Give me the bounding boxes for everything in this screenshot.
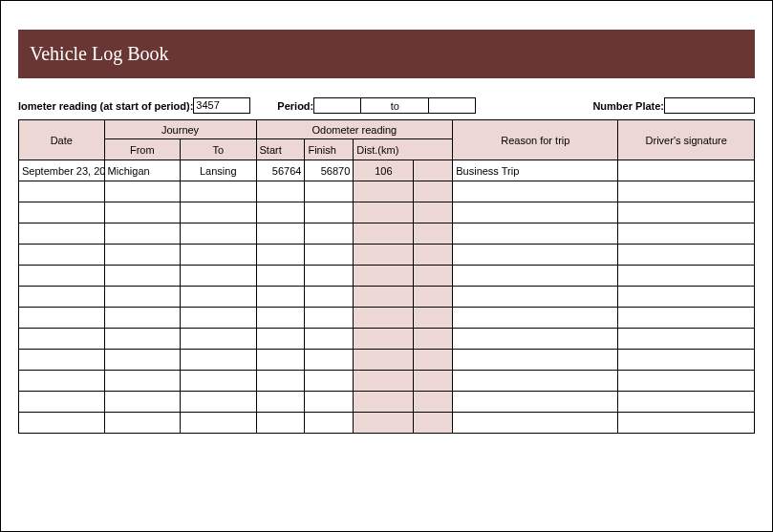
cell-to[interactable] xyxy=(181,181,256,202)
odometer-input[interactable]: 3457 xyxy=(193,97,250,114)
cell-from[interactable] xyxy=(104,266,180,287)
cell-to[interactable] xyxy=(181,245,256,266)
cell-date[interactable] xyxy=(19,245,105,266)
cell-reason[interactable] xyxy=(453,287,618,308)
cell-dist[interactable] xyxy=(354,308,414,329)
cell-start[interactable] xyxy=(256,245,305,266)
cell-finish[interactable] xyxy=(305,245,354,266)
cell-from[interactable] xyxy=(104,202,180,223)
cell-start[interactable] xyxy=(256,287,305,308)
cell-sig[interactable] xyxy=(618,413,755,434)
cell-from[interactable] xyxy=(104,392,180,413)
cell-reason[interactable] xyxy=(453,308,618,329)
cell-start[interactable] xyxy=(256,181,305,202)
cell-from[interactable] xyxy=(104,371,180,392)
cell-from[interactable]: Michigan xyxy=(104,160,180,181)
cell-reason[interactable]: Business Trip xyxy=(453,160,618,181)
cell-to[interactable] xyxy=(181,266,256,287)
cell-to[interactable] xyxy=(181,329,256,350)
cell-dist[interactable] xyxy=(354,266,414,287)
cell-finish[interactable]: 56870 xyxy=(305,160,354,181)
cell-start[interactable] xyxy=(256,350,305,371)
cell-sig[interactable] xyxy=(618,350,755,371)
cell-sig[interactable] xyxy=(618,266,755,287)
period-from-input[interactable] xyxy=(313,97,361,114)
cell-dist[interactable] xyxy=(354,202,414,223)
cell-from[interactable] xyxy=(104,181,180,202)
cell-finish[interactable] xyxy=(305,287,354,308)
cell-dist[interactable] xyxy=(354,413,414,434)
cell-sig[interactable] xyxy=(618,245,755,266)
cell-sig[interactable] xyxy=(618,160,755,181)
cell-to[interactable] xyxy=(181,308,256,329)
cell-start[interactable] xyxy=(256,308,305,329)
cell-reason[interactable] xyxy=(453,392,618,413)
cell-to[interactable] xyxy=(181,371,256,392)
cell-to[interactable] xyxy=(181,287,256,308)
cell-from[interactable] xyxy=(104,329,180,350)
cell-sig[interactable] xyxy=(618,392,755,413)
cell-dist[interactable] xyxy=(354,287,414,308)
cell-dist[interactable] xyxy=(354,329,414,350)
cell-to[interactable] xyxy=(181,350,256,371)
cell-start[interactable] xyxy=(256,413,305,434)
cell-date[interactable] xyxy=(19,413,105,434)
cell-reason[interactable] xyxy=(453,181,618,202)
cell-to[interactable]: Lansing xyxy=(181,160,256,181)
cell-from[interactable] xyxy=(104,287,180,308)
cell-start[interactable]: 56764 xyxy=(256,160,305,181)
cell-finish[interactable] xyxy=(305,266,354,287)
cell-dist[interactable] xyxy=(354,223,414,245)
cell-reason[interactable] xyxy=(453,329,618,350)
cell-date[interactable]: September 23, 20 xyxy=(19,160,105,181)
cell-dist[interactable]: 106 xyxy=(354,160,414,181)
cell-date[interactable] xyxy=(19,266,105,287)
cell-sig[interactable] xyxy=(618,287,755,308)
cell-from[interactable] xyxy=(104,350,180,371)
cell-start[interactable] xyxy=(256,202,305,223)
cell-reason[interactable] xyxy=(453,245,618,266)
plate-input[interactable] xyxy=(664,97,755,114)
cell-sig[interactable] xyxy=(618,181,755,202)
cell-start[interactable] xyxy=(256,329,305,350)
cell-date[interactable] xyxy=(19,350,105,371)
cell-finish[interactable] xyxy=(305,350,354,371)
cell-to[interactable] xyxy=(181,392,256,413)
cell-date[interactable] xyxy=(19,287,105,308)
cell-reason[interactable] xyxy=(453,223,618,245)
cell-sig[interactable] xyxy=(618,202,755,223)
cell-reason[interactable] xyxy=(453,413,618,434)
cell-to[interactable] xyxy=(181,223,256,245)
cell-from[interactable] xyxy=(104,413,180,434)
cell-start[interactable] xyxy=(256,223,305,245)
cell-to[interactable] xyxy=(181,202,256,223)
cell-from[interactable] xyxy=(104,308,180,329)
cell-dist[interactable] xyxy=(354,181,414,202)
cell-date[interactable] xyxy=(19,329,105,350)
cell-finish[interactable] xyxy=(305,392,354,413)
cell-reason[interactable] xyxy=(453,350,618,371)
cell-sig[interactable] xyxy=(618,329,755,350)
cell-start[interactable] xyxy=(256,371,305,392)
cell-reason[interactable] xyxy=(453,202,618,223)
cell-sig[interactable] xyxy=(618,223,755,245)
cell-start[interactable] xyxy=(256,392,305,413)
cell-date[interactable] xyxy=(19,371,105,392)
cell-date[interactable] xyxy=(19,202,105,223)
cell-sig[interactable] xyxy=(618,371,755,392)
cell-reason[interactable] xyxy=(453,266,618,287)
cell-date[interactable] xyxy=(19,392,105,413)
cell-finish[interactable] xyxy=(305,371,354,392)
cell-finish[interactable] xyxy=(305,202,354,223)
period-to-input[interactable] xyxy=(428,97,476,114)
cell-date[interactable] xyxy=(19,308,105,329)
cell-finish[interactable] xyxy=(305,329,354,350)
cell-to[interactable] xyxy=(181,413,256,434)
cell-date[interactable] xyxy=(19,223,105,245)
cell-dist[interactable] xyxy=(354,371,414,392)
cell-finish[interactable] xyxy=(305,308,354,329)
cell-finish[interactable] xyxy=(305,413,354,434)
cell-dist[interactable] xyxy=(354,245,414,266)
cell-finish[interactable] xyxy=(305,223,354,245)
cell-from[interactable] xyxy=(104,245,180,266)
